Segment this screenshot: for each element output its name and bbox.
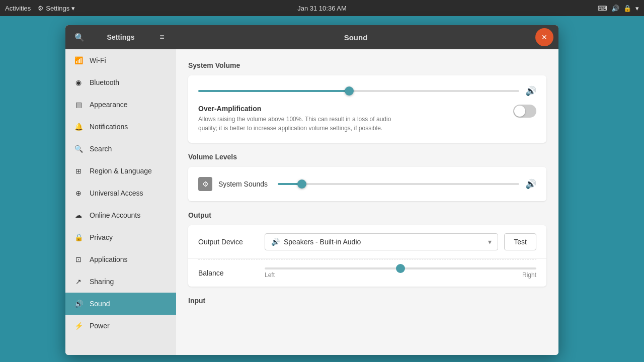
output-device-row: Output Device 🔊 Speakers - Built-in Audi… <box>188 225 546 259</box>
close-button[interactable]: ✕ <box>535 28 553 46</box>
topbar-right: ⌨ 🔊 🔒 ▾ <box>598 5 639 12</box>
sidebar-item-label: Wi-Fi <box>90 56 106 64</box>
speaker-icon: 🔊 <box>271 238 280 246</box>
appearance-icon: ▤ <box>73 100 84 110</box>
topbar-left: Activities ⚙ Settings ▾ <box>5 5 75 12</box>
output-device-select[interactable]: 🔊 Speakers - Built-in Audio ▾ <box>265 233 498 250</box>
sidebar-item-label: Sound <box>90 300 110 308</box>
toggle-knob <box>514 106 525 117</box>
sidebar-item-label: Search <box>90 145 112 153</box>
online-accounts-icon: ☁ <box>73 210 84 220</box>
system-volume-title: System Volume <box>188 61 546 69</box>
sidebar-item-label: Applications <box>90 255 128 263</box>
titlebar-center: Sound <box>176 33 535 42</box>
topbar: Activities ⚙ Settings ▾ Jan 31 10:36 AM … <box>0 0 644 16</box>
volume-indicator: 🔊 <box>611 5 619 12</box>
applications-icon: ⊡ <box>73 254 84 264</box>
wifi-icon: 📶 <box>73 55 84 65</box>
window-body: 📶 Wi-Fi ◉ Bluetooth ▤ Appearance 🔔 Notif… <box>65 49 558 355</box>
menu-icon: ≡ <box>159 33 164 42</box>
sound-icon: 🔊 <box>73 299 84 309</box>
output-device-label: Output Device <box>198 238 259 246</box>
volume-slider-row: 🔊 <box>198 85 536 97</box>
system-sounds-row: ⚙ System Sounds 🔊 <box>198 177 536 191</box>
system-sounds-slider-thumb[interactable] <box>297 179 306 189</box>
notifications-icon: 🔔 <box>73 122 84 132</box>
close-icon: ✕ <box>541 33 547 41</box>
sidebar-item-wifi[interactable]: 📶 Wi-Fi <box>65 49 176 71</box>
system-sounds-icon: ⚙ <box>198 177 212 191</box>
system-menu-chevron[interactable]: ▾ <box>635 5 639 12</box>
search-button[interactable]: 🔍 <box>70 28 89 46</box>
gear-icon: ⚙ <box>38 5 44 12</box>
privacy-icon: 🔒 <box>73 232 84 242</box>
menu-button[interactable]: ≡ <box>153 28 171 46</box>
sidebar-item-sound[interactable]: 🔊 Sound <box>65 293 176 315</box>
sharing-icon: ↗ <box>73 277 84 287</box>
sidebar-item-label: Bluetooth <box>90 78 119 86</box>
system-volume-card: 🔊 Over-Amplification Allows raising the … <box>188 75 546 143</box>
balance-left-label: Left <box>265 272 275 279</box>
output-title: Output <box>188 211 546 219</box>
sidebar-item-search[interactable]: 🔍 Search <box>65 138 176 160</box>
over-amplification-text: Over-Amplification Allows raising the vo… <box>198 105 410 133</box>
topbar-datetime: Jan 31 10:36 AM <box>297 5 347 12</box>
keyboard-icon: ⌨ <box>598 5 607 12</box>
volume-high-icon: 🔊 <box>525 85 536 97</box>
test-button[interactable]: Test <box>504 233 536 250</box>
system-sounds-label: System Sounds <box>218 180 268 188</box>
balance-slider-track[interactable] <box>265 267 536 269</box>
balance-right-label: Right <box>522 272 536 279</box>
sidebar-item-label: Universal Access <box>90 189 143 197</box>
titlebar-left: 🔍 Settings ≡ <box>65 28 176 46</box>
volume-levels-card: ⚙ System Sounds 🔊 <box>188 167 546 201</box>
system-sounds-slider-track[interactable] <box>278 183 519 185</box>
sidebar-item-online-accounts[interactable]: ☁ Online Accounts <box>65 204 176 226</box>
lock-icon: 🔒 <box>623 5 631 12</box>
volume-slider-track[interactable] <box>198 90 519 92</box>
over-amplification-label: Over-Amplification <box>198 105 410 113</box>
balance-slider-wrap: Left Right <box>265 267 536 279</box>
chevron-down-icon: ▾ <box>488 238 492 246</box>
input-title: Input <box>188 297 546 305</box>
titlebar: 🔍 Settings ≡ Sound ✕ <box>65 25 558 49</box>
power-icon: ⚡ <box>73 321 84 331</box>
sidebar-item-universal[interactable]: ⊕ Universal Access <box>65 182 176 204</box>
search-sidebar-icon: 🔍 <box>73 144 84 154</box>
sidebar-item-label: Appearance <box>90 101 128 109</box>
volume-levels-title: Volume Levels <box>188 153 546 161</box>
sidebar-item-label: Online Accounts <box>90 211 140 219</box>
balance-slider-thumb[interactable] <box>396 264 405 273</box>
sidebar-item-privacy[interactable]: 🔒 Privacy <box>65 226 176 248</box>
sidebar-item-appearance[interactable]: ▤ Appearance <box>65 94 176 116</box>
sidebar-item-label: Region & Language <box>90 167 152 175</box>
titlebar-section-title: Sound <box>344 33 368 42</box>
sidebar-item-label: Privacy <box>90 233 113 241</box>
output-card: Output Device 🔊 Speakers - Built-in Audi… <box>188 225 546 287</box>
sidebar-item-region[interactable]: ⊞ Region & Language <box>65 160 176 182</box>
search-icon: 🔍 <box>74 33 85 42</box>
region-icon: ⊞ <box>73 166 84 176</box>
main-content: System Volume 🔊 Over-Amplification Allow… <box>176 49 558 355</box>
settings-title: Settings <box>89 33 153 41</box>
sidebar-item-power[interactable]: ⚡ Power <box>65 315 176 337</box>
volume-slider-fill <box>198 90 349 92</box>
bluetooth-icon: ◉ <box>73 77 84 87</box>
sidebar-item-notifications[interactable]: 🔔 Notifications <box>65 116 176 138</box>
sidebar-item-sharing[interactable]: ↗ Sharing <box>65 270 176 293</box>
sidebar-item-label: Power <box>90 322 110 330</box>
sidebar-item-applications[interactable]: ⊡ Applications <box>65 248 176 270</box>
sidebar-item-label: Notifications <box>90 123 128 131</box>
activities-button[interactable]: Activities <box>5 5 31 12</box>
balance-row: Balance Left Right <box>188 259 546 287</box>
sidebar: 📶 Wi-Fi ◉ Bluetooth ▤ Appearance 🔔 Notif… <box>65 49 176 355</box>
sidebar-item-bluetooth[interactable]: ◉ Bluetooth <box>65 71 176 94</box>
universal-icon: ⊕ <box>73 188 84 198</box>
sidebar-item-label: Sharing <box>90 278 114 286</box>
over-amplification-description: Allows raising the volume above 100%. Th… <box>198 115 410 133</box>
balance-label: Balance <box>198 269 259 277</box>
settings-menu-button[interactable]: ⚙ Settings ▾ <box>38 5 75 12</box>
settings-window: 🔍 Settings ≡ Sound ✕ 📶 Wi-Fi ◉ Bluetooth <box>65 25 558 355</box>
volume-slider-thumb[interactable] <box>345 86 354 96</box>
over-amplification-toggle[interactable] <box>513 105 536 118</box>
